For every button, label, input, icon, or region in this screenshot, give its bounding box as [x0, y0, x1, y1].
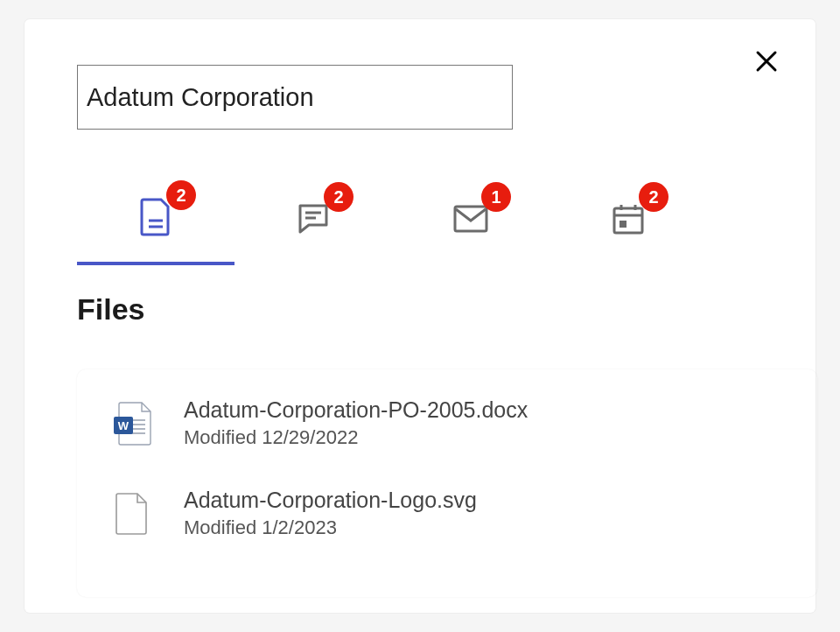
badge-calendar: 2 [639, 182, 668, 212]
file-meta: Modified 1/2/2023 [184, 516, 477, 539]
badge-chat: 2 [324, 182, 354, 212]
svg-rect-6 [455, 207, 486, 231]
tab-calendar[interactable]: 2 [550, 172, 707, 265]
file-icon [140, 198, 172, 236]
file-meta: Modified 12/29/2022 [184, 426, 528, 449]
file-name: Adatum-Corporation-PO-2005.docx [184, 397, 528, 423]
svg-text:W: W [118, 419, 130, 432]
close-button[interactable] [752, 49, 780, 77]
search-panel: 2 2 [24, 19, 816, 613]
calendar-icon [611, 201, 646, 236]
search-input[interactable] [77, 65, 513, 130]
result-item[interactable]: Adatum-Corporation-Logo.svg Modified 1/2… [77, 468, 817, 558]
word-doc-icon: W [112, 401, 152, 446]
generic-file-icon [112, 491, 152, 537]
close-icon [753, 48, 780, 78]
tab-chat[interactable]: 2 [234, 172, 392, 265]
badge-mail: 1 [481, 182, 511, 212]
mail-icon [452, 204, 489, 234]
svg-rect-7 [614, 208, 642, 233]
result-item[interactable]: W Adatum-Corporation-PO-2005.docx Modifi… [77, 378, 817, 468]
tab-mail[interactable]: 1 [392, 172, 550, 265]
tab-files[interactable]: 2 [77, 172, 234, 265]
results-list: W Adatum-Corporation-PO-2005.docx Modifi… [77, 369, 817, 597]
section-title: Files [77, 292, 144, 327]
tabs-bar: 2 2 [77, 172, 707, 265]
file-name: Adatum-Corporation-Logo.svg [184, 488, 477, 513]
svg-rect-11 [620, 221, 626, 228]
badge-files: 2 [166, 180, 196, 210]
